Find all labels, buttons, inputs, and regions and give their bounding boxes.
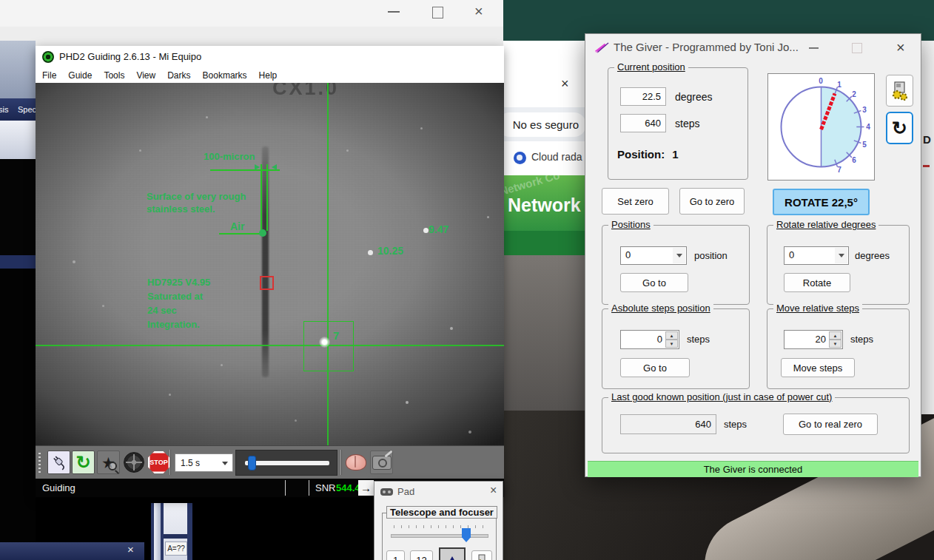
set-zero-button[interactable]: Set zero xyxy=(602,188,669,215)
absolute-goto-button[interactable]: Go to xyxy=(620,358,690,377)
rotate-relative-button[interactable]: Rotate xyxy=(784,273,850,292)
dial-number: 1 xyxy=(837,81,841,89)
exposure-select[interactable]: 1.5 s xyxy=(175,453,233,472)
move-up-button[interactable] xyxy=(439,547,466,560)
menu-help[interactable]: Help xyxy=(259,70,278,81)
background-window-titlebar: × xyxy=(0,0,503,46)
move-steps-spinner[interactable]: 20 ▲ ▼ xyxy=(784,330,843,349)
star-dot xyxy=(102,305,104,307)
usb-plug-icon xyxy=(50,453,68,471)
menu-darks[interactable]: Darks xyxy=(167,70,190,81)
readout-box: A=?? xyxy=(165,542,187,556)
guide-star[interactable] xyxy=(319,337,330,348)
giver-titlebar[interactable]: The Giver - Programmed by Toni Jo... × xyxy=(585,34,921,61)
rotate-button[interactable]: ROTATE 22,5° xyxy=(773,189,870,215)
guide-camera-image[interactable]: CX1.0 7 100-micron xyxy=(36,83,504,445)
config-button[interactable] xyxy=(886,75,913,107)
giver-app-icon xyxy=(594,41,611,54)
degrees-combobox[interactable]: 0 xyxy=(784,246,849,265)
hd-line: Saturated at xyxy=(147,289,210,303)
refresh-icon: ↻ xyxy=(892,118,907,139)
combo-dropdown-button[interactable] xyxy=(673,248,685,263)
spinner-down-button[interactable]: ▼ xyxy=(829,340,841,348)
dial-number: 6 xyxy=(852,156,856,164)
webpage-right-sliver: D xyxy=(921,41,934,414)
combo-dropdown-button[interactable] xyxy=(835,248,847,263)
set-zero-label: Set zero xyxy=(617,196,653,207)
positions-goto-button[interactable]: Go to xyxy=(620,273,688,292)
steps-unit-label: steps xyxy=(675,118,699,129)
gamma-slider-thumb[interactable] xyxy=(248,456,256,470)
close-icon[interactable]: × xyxy=(474,3,483,20)
loop-exposure-button[interactable]: ↻ xyxy=(72,451,95,474)
spinner-up-button[interactable]: ▲ xyxy=(829,331,841,340)
micron-dimension-line xyxy=(266,164,268,231)
address-security-chip[interactable]: No es seguro xyxy=(503,112,586,137)
menu-view[interactable]: View xyxy=(136,70,155,81)
go-to-zero-button[interactable]: Go to zero xyxy=(679,188,745,215)
hd-line: 24 sec xyxy=(147,303,210,317)
go-to-real-zero-button[interactable]: Go to real zero xyxy=(783,414,878,435)
close-icon[interactable]: × xyxy=(561,76,569,92)
down-icon: ▼ xyxy=(670,342,674,346)
left-window-fragment xyxy=(0,255,36,269)
step-1-button[interactable]: 1 xyxy=(386,550,405,560)
minimize-icon[interactable] xyxy=(809,47,819,49)
status-expand-button[interactable]: → xyxy=(358,480,374,496)
left-menu-fragment: sis Spec xyxy=(0,98,36,121)
exposure-value: 1.5 s xyxy=(181,458,200,468)
menu-guide[interactable]: Guide xyxy=(68,70,92,81)
toolbar-grip[interactable] xyxy=(38,452,41,473)
close-icon[interactable]: × xyxy=(490,484,497,497)
magnifier-handle xyxy=(115,470,119,473)
camera-connect-button[interactable] xyxy=(47,451,70,474)
menu-tools[interactable]: Tools xyxy=(104,70,124,81)
close-icon[interactable]: × xyxy=(127,543,134,556)
step-12-button[interactable]: 12 xyxy=(410,550,433,560)
phd2-window: PHD2 Guiding 2.6.13 - Mi Equipo File Gui… xyxy=(36,46,504,497)
menu-item-fragment[interactable]: sis xyxy=(0,98,8,121)
camera-setup-button[interactable] xyxy=(370,451,393,474)
maximize-icon[interactable] xyxy=(432,7,443,18)
surface-annotation: Surface of very rough xyxy=(147,191,246,202)
star-magnitude-label: 9.47 xyxy=(429,223,448,235)
focus-slider-track[interactable] xyxy=(391,534,488,538)
menu-file[interactable]: File xyxy=(42,70,56,81)
refresh-button[interactable]: ↻ xyxy=(886,112,913,144)
guide-button[interactable] xyxy=(122,451,145,474)
menu-item-fragment[interactable]: Spec xyxy=(18,98,36,121)
degrees-unit-label: degrees xyxy=(855,250,890,261)
micron-annotation: 100-micron xyxy=(204,151,255,162)
minimize-icon[interactable] xyxy=(388,11,400,13)
guide-star-label: 7 xyxy=(333,329,339,342)
brain-settings-button[interactable] xyxy=(344,451,367,474)
maximize-icon[interactable] xyxy=(852,43,862,53)
auto-select-star-button[interactable]: ★ xyxy=(97,451,120,474)
move-steps-button[interactable]: Move steps xyxy=(781,358,855,377)
absolute-steps-spinner[interactable]: 0 ▲ ▼ xyxy=(620,330,679,349)
stop-button[interactable]: STOP xyxy=(147,451,170,474)
surface-annotation: stainless steel. xyxy=(147,203,215,215)
arrow-right-icon: → xyxy=(360,482,372,493)
position-readout: Position: 1 xyxy=(617,148,679,161)
steps-value: 640 xyxy=(645,118,661,129)
phd2-titlebar[interactable]: PHD2 Guiding 2.6.13 - Mi Equipo xyxy=(36,46,504,68)
gamma-slider-track[interactable] xyxy=(245,461,329,465)
phd2-menubar: File Guide Tools View Darks Bookmarks He… xyxy=(36,68,504,83)
rotator-dial[interactable]: 0 1 2 3 4 5 6 7 xyxy=(767,73,875,181)
positions-combobox[interactable]: 0 xyxy=(620,246,687,265)
degrees-readout: 22.5 xyxy=(620,87,666,106)
bookmark-item[interactable]: Cloud rada xyxy=(531,151,582,163)
crosshair-vertical-line xyxy=(327,83,329,445)
spinner-down-button[interactable]: ▼ xyxy=(665,340,678,348)
spinner-up-button[interactable]: ▲ xyxy=(665,331,678,340)
pad-config-button[interactable] xyxy=(471,550,492,560)
close-icon[interactable]: × xyxy=(896,39,905,56)
divider xyxy=(164,534,187,539)
page-content-fragment xyxy=(503,255,586,411)
group-caption: Telescope and focuser xyxy=(386,506,497,519)
air-annotation: Air xyxy=(230,220,244,232)
bottom-left-window-fragment: A=?? xyxy=(151,503,192,560)
star-dot xyxy=(346,149,349,152)
menu-bookmarks[interactable]: Bookmarks xyxy=(203,70,247,81)
